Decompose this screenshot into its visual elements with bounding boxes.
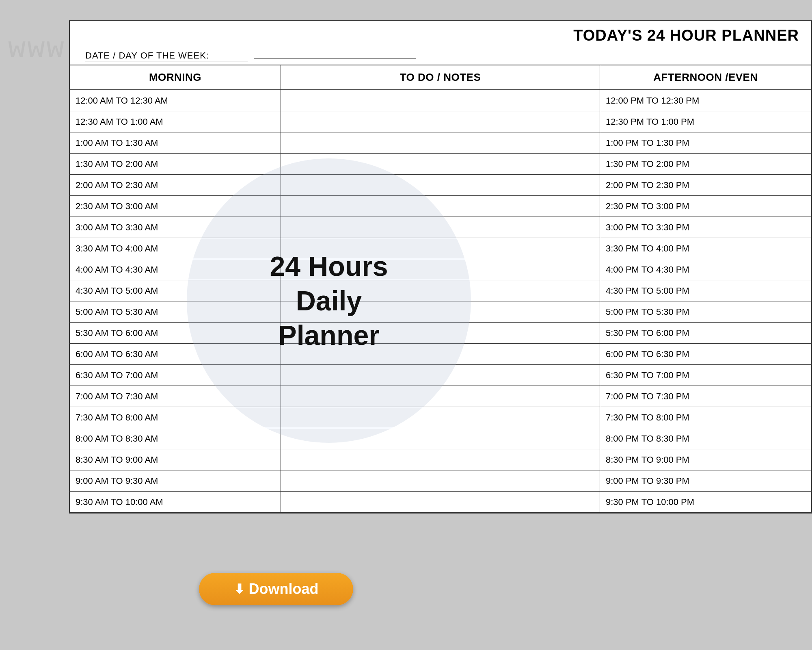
col-todo: TO DO / NOTES <box>281 65 600 89</box>
afternoon-time-cell[interactable]: 2:30 PM TO 3:00 PM <box>600 196 811 217</box>
afternoon-time-cell[interactable]: 3:00 PM TO 3:30 PM <box>600 217 811 238</box>
morning-time-cell[interactable]: 12:30 AM TO 1:00 AM <box>70 111 281 132</box>
afternoon-time-cell[interactable]: 6:00 PM TO 6:30 PM <box>600 344 811 364</box>
morning-time-cell[interactable]: 8:00 AM TO 8:30 AM <box>70 428 281 449</box>
download-label: Download <box>249 581 319 598</box>
afternoon-time-cell[interactable]: 12:30 PM TO 1:00 PM <box>600 111 811 132</box>
afternoon-time-cell[interactable]: 3:30 PM TO 4:00 PM <box>600 238 811 259</box>
afternoon-time-cell[interactable]: 8:00 PM TO 8:30 PM <box>600 428 811 449</box>
morning-time-cell[interactable]: 1:30 AM TO 2:00 AM <box>70 154 281 174</box>
notes-cell[interactable] <box>281 111 600 132</box>
date-value[interactable] <box>254 58 416 58</box>
table-row: 7:30 AM TO 8:00 AM 7:30 PM TO 8:00 PM <box>70 407 811 428</box>
afternoon-time-cell[interactable]: 7:00 PM TO 7:30 PM <box>600 386 811 407</box>
afternoon-time-cell[interactable]: 4:30 PM TO 5:00 PM <box>600 280 811 301</box>
table-row: 8:00 AM TO 8:30 AM 8:00 PM TO 8:30 PM <box>70 428 811 449</box>
overlay-text: 24 HoursDailyPlanner <box>270 249 388 353</box>
morning-time-cell[interactable]: 1:00 AM TO 1:30 AM <box>70 132 281 153</box>
morning-time-cell[interactable]: 9:00 AM TO 9:30 AM <box>70 470 281 491</box>
table-row: 2:00 AM TO 2:30 AM 2:00 PM TO 2:30 PM <box>70 175 811 196</box>
morning-time-cell[interactable]: 8:30 AM TO 9:00 AM <box>70 449 281 470</box>
table-row: 7:00 AM TO 7:30 AM 7:00 PM TO 7:30 PM <box>70 386 811 407</box>
afternoon-time-cell[interactable]: 5:30 PM TO 6:00 PM <box>600 323 811 343</box>
table-row: 9:00 AM TO 9:30 AM 9:00 PM TO 9:30 PM <box>70 470 811 492</box>
table-row: 12:30 AM TO 1:00 AM 12:30 PM TO 1:00 PM <box>70 111 811 132</box>
notes-cell[interactable] <box>281 132 600 153</box>
download-arrow-icon: ⬇ <box>234 581 245 597</box>
afternoon-time-cell[interactable]: 1:30 PM TO 2:00 PM <box>600 154 811 174</box>
table-row: 12:00 AM TO 12:30 AM 12:00 PM TO 12:30 P… <box>70 90 811 111</box>
notes-cell[interactable] <box>281 492 600 512</box>
morning-time-cell[interactable]: 12:00 AM TO 12:30 AM <box>70 90 281 111</box>
download-button[interactable]: ⬇ Download <box>199 573 353 605</box>
afternoon-time-cell[interactable]: 7:30 PM TO 8:00 PM <box>600 407 811 428</box>
planner-title: TODAY'S 24 HOUR PLANNER <box>70 21 811 47</box>
afternoon-time-cell[interactable]: 4:00 PM TO 4:30 PM <box>600 259 811 280</box>
table-row: 8:30 AM TO 9:00 AM 8:30 PM TO 9:00 PM <box>70 449 811 470</box>
afternoon-time-cell[interactable]: 6:30 PM TO 7:00 PM <box>600 365 811 386</box>
afternoon-time-cell[interactable]: 9:30 PM TO 10:00 PM <box>600 492 811 512</box>
table-row: 9:30 AM TO 10:00 AM 9:30 PM TO 10:00 PM <box>70 492 811 513</box>
notes-cell[interactable] <box>281 449 600 470</box>
table-row: 1:00 AM TO 1:30 AM 1:00 PM TO 1:30 PM <box>70 132 811 154</box>
table-row: 1:30 AM TO 2:00 AM 1:30 PM TO 2:00 PM <box>70 154 811 175</box>
morning-time-cell[interactable]: 9:30 AM TO 10:00 AM <box>70 492 281 512</box>
col-afternoon: AFTERNOON /EVEN <box>600 65 811 89</box>
afternoon-time-cell[interactable]: 9:00 PM TO 9:30 PM <box>600 470 811 491</box>
afternoon-time-cell[interactable]: 8:30 PM TO 9:00 PM <box>600 449 811 470</box>
afternoon-time-cell[interactable]: 2:00 PM TO 2:30 PM <box>600 175 811 195</box>
column-headers: MORNING TO DO / NOTES AFTERNOON /EVEN <box>70 65 811 90</box>
col-morning: MORNING <box>70 65 281 89</box>
notes-cell[interactable] <box>281 90 600 111</box>
afternoon-time-cell[interactable]: 1:00 PM TO 1:30 PM <box>600 132 811 153</box>
notes-cell[interactable] <box>281 470 600 491</box>
afternoon-time-cell[interactable]: 12:00 PM TO 12:30 PM <box>600 90 811 111</box>
date-label: DATE / DAY OF THE WEEK: <box>85 50 248 61</box>
overlay-circle: 24 HoursDailyPlanner <box>187 158 471 443</box>
date-row: DATE / DAY OF THE WEEK: <box>70 47 811 65</box>
afternoon-time-cell[interactable]: 5:00 PM TO 5:30 PM <box>600 301 811 322</box>
